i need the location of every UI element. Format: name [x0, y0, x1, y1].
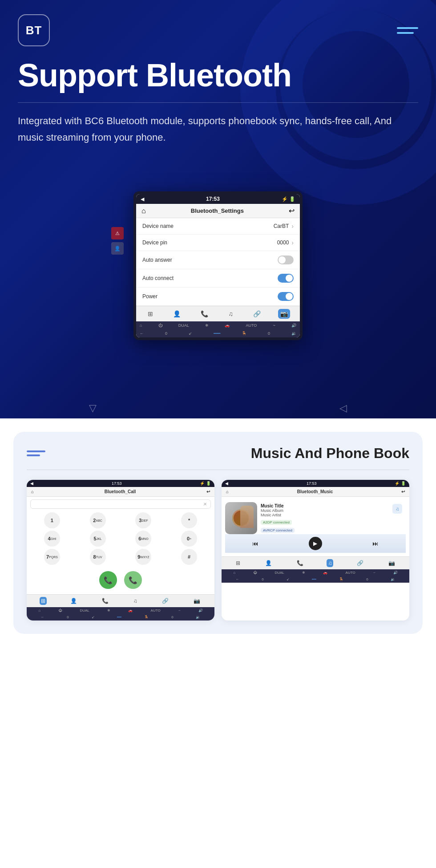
- music-note-toolbar[interactable]: ♫: [327, 559, 333, 567]
- music-car[interactable]: 🚗: [323, 571, 327, 575]
- call-home-btn[interactable]: ⌂: [38, 608, 40, 612]
- music-bottom-bar2: ← 0 ↙ ━━ 🪑 0 🔉: [222, 576, 409, 583]
- home-icon[interactable]: ⌂: [141, 207, 146, 215]
- dial-2[interactable]: 2ABC: [90, 512, 106, 528]
- dial-0[interactable]: 0+: [181, 531, 197, 547]
- music-status-bar: ◀ 17:53 ⚡ 🔋: [222, 480, 409, 487]
- home-btn[interactable]: ⌂: [140, 323, 142, 328]
- music-snow[interactable]: ❄: [302, 571, 305, 575]
- music-recline[interactable]: ↙: [287, 577, 290, 581]
- dial-7[interactable]: 7PQRS: [44, 549, 60, 565]
- mini-contact-icon[interactable]: 👤: [69, 597, 78, 605]
- play-button[interactable]: ▶: [309, 537, 322, 550]
- call-power-btn[interactable]: ⏻: [58, 608, 62, 612]
- main-screen: ◀ 17:53 ⚡ 🔋 ⌂ Bluetooth_Settings ↩ Devic…: [133, 191, 303, 340]
- call-vol[interactable]: 🔊: [198, 608, 203, 612]
- call-fan[interactable]: ~: [178, 608, 181, 612]
- vol-up-icon[interactable]: 🔊: [291, 323, 296, 328]
- music-home-btn[interactable]: ⌂: [233, 571, 235, 575]
- music-home-icon[interactable]: ⌂: [226, 489, 229, 494]
- music-back2[interactable]: ←: [235, 577, 239, 581]
- auto-answer-toggle[interactable]: [278, 256, 294, 264]
- music-back-arrow[interactable]: ◀: [225, 481, 228, 486]
- power-btn[interactable]: ⏻: [158, 323, 162, 328]
- mini-camera-icon[interactable]: 📷: [192, 597, 202, 605]
- song-title: Music Title: [261, 503, 406, 508]
- mini-music-icon[interactable]: ♫: [132, 597, 138, 605]
- mini-apps-icon[interactable]: ⊞: [40, 597, 47, 605]
- music-seat[interactable]: 🪑: [339, 577, 343, 581]
- feature-menu-icon[interactable]: [27, 450, 45, 456]
- hero-header: BT: [0, 0, 436, 46]
- dial-8[interactable]: 8TUV: [90, 549, 106, 565]
- bt-logo: BT: [18, 14, 50, 46]
- call-slider[interactable]: ━━: [117, 615, 121, 619]
- call-back2[interactable]: ←: [40, 615, 44, 619]
- call-vol2[interactable]: 🔉: [196, 615, 200, 619]
- phone-icon[interactable]: 📞: [198, 309, 210, 319]
- music-contact-icon[interactable]: 👤: [264, 559, 273, 567]
- music-vol2[interactable]: 🔉: [391, 577, 395, 581]
- nav-arrow-down[interactable]: ▽: [89, 402, 97, 414]
- slider[interactable]: ━━━: [214, 331, 220, 336]
- call-back-arrow[interactable]: ◀: [30, 481, 33, 486]
- menu-button[interactable]: [397, 27, 418, 34]
- seat-icon[interactable]: 🪑: [242, 331, 246, 336]
- dial-search[interactable]: ✕: [30, 499, 211, 509]
- music-info-row: Music Title Music Album Music Artist A2D…: [225, 502, 406, 534]
- back-icon[interactable]: ↩: [289, 207, 295, 215]
- call-recline[interactable]: ↙: [92, 615, 95, 619]
- music-link-icon[interactable]: 🔗: [355, 559, 365, 567]
- music-icon[interactable]: ♫: [226, 309, 235, 319]
- device-name-row[interactable]: Device name CarBT ›: [136, 218, 300, 235]
- next-button[interactable]: ⏭: [372, 540, 379, 547]
- dial-3[interactable]: 3DEF: [135, 512, 151, 528]
- music-slider[interactable]: ━━: [312, 577, 316, 581]
- person-button[interactable]: 👤: [111, 242, 124, 255]
- call-car[interactable]: 🚗: [128, 608, 133, 612]
- dial-9[interactable]: 9WXYZ: [135, 549, 151, 565]
- dial-hash[interactable]: #: [181, 549, 197, 565]
- dial-star[interactable]: *: [181, 512, 197, 528]
- apps-icon[interactable]: ⊞: [145, 309, 155, 319]
- auto-connect-label: Auto connect: [142, 275, 174, 281]
- camera-icon[interactable]: 📷: [278, 309, 290, 319]
- snow-icon[interactable]: ❄: [205, 323, 209, 328]
- music-phone-icon[interactable]: 📞: [295, 559, 305, 567]
- dial-5[interactable]: 5JKL: [90, 531, 106, 547]
- power-toggle[interactable]: [278, 292, 294, 301]
- back-btn2[interactable]: ←: [140, 331, 144, 336]
- vol-down-icon[interactable]: 🔉: [291, 331, 296, 336]
- car-icon[interactable]: 🚗: [225, 323, 230, 328]
- nav-arrow-left[interactable]: ◁: [339, 402, 347, 414]
- search-close[interactable]: ✕: [203, 502, 207, 507]
- hazard-button[interactable]: ⚠: [111, 227, 124, 239]
- music-back-icon[interactable]: ↩: [401, 489, 405, 494]
- call-home-icon[interactable]: ⌂: [31, 489, 34, 494]
- call-seat[interactable]: 🪑: [144, 615, 149, 619]
- link-icon[interactable]: 🔗: [251, 309, 263, 319]
- fan-icon[interactable]: ~: [273, 323, 275, 328]
- music-vol[interactable]: 🔊: [393, 571, 398, 575]
- call-back-icon[interactable]: ↩: [206, 489, 210, 494]
- music-camera-icon[interactable]: 📷: [387, 559, 396, 567]
- mini-phone-icon[interactable]: 📞: [101, 597, 110, 605]
- prev-button[interactable]: ⏮: [252, 540, 258, 547]
- back-arrow-status[interactable]: ◀: [141, 196, 144, 202]
- mini-link-icon[interactable]: 🔗: [161, 597, 170, 605]
- music-power-btn[interactable]: ⏻: [253, 571, 257, 575]
- hangup-button[interactable]: 📞: [124, 571, 142, 589]
- device-pin-row[interactable]: Device pin 0000 ›: [136, 235, 300, 251]
- dial-6[interactable]: 6MNO: [135, 531, 151, 547]
- call-snow[interactable]: ❄: [107, 608, 110, 612]
- dial-4[interactable]: 4GHI: [44, 531, 60, 547]
- bottom-section: Music And Phone Book ◀ 17:53 ⚡ 🔋 ⌂ Bluet…: [0, 432, 436, 634]
- contact-icon[interactable]: 👤: [171, 309, 183, 319]
- auto-connect-toggle[interactable]: [278, 274, 294, 283]
- music-apps-icon[interactable]: ⊞: [234, 559, 242, 567]
- music-fan[interactable]: ~: [373, 571, 375, 575]
- answer-button[interactable]: 📞: [99, 571, 117, 589]
- recline-icon[interactable]: ↙: [189, 331, 192, 336]
- dial-1[interactable]: 1: [44, 512, 60, 528]
- device-name-value: CarBT: [274, 223, 289, 229]
